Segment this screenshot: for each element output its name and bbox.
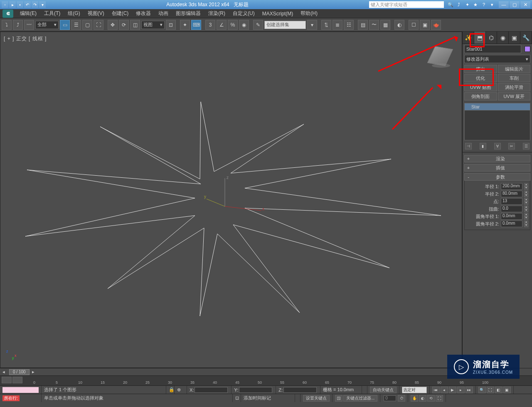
current-frame-input[interactable]: 0 <box>384 395 396 401</box>
menu-graph-editors[interactable]: 图形编辑器 <box>172 9 204 18</box>
menu-group[interactable]: 组(G) <box>64 9 83 18</box>
render-setup-icon[interactable]: ☐ <box>409 20 419 30</box>
keyboard-shortcut-icon[interactable]: ⌨ <box>191 20 201 30</box>
menu-rendering[interactable]: 渲染(R) <box>205 9 229 18</box>
time-config-icon[interactable]: ⏱ <box>398 395 405 402</box>
trackbar-keys-icon[interactable] <box>12 377 22 383</box>
save-icon[interactable]: ▪ <box>17 1 23 8</box>
spinner-fillet1[interactable]: ▲▼ <box>524 213 528 220</box>
redo-icon[interactable]: ↷ <box>32 1 38 8</box>
search-icon[interactable]: 🔍 <box>447 1 454 8</box>
viewport[interactable]: [ + ] 正交 [ 线框 ] x y z zyx <box>0 32 462 368</box>
favorite-icon[interactable]: ★ <box>472 1 479 8</box>
material-editor-icon[interactable]: ◐ <box>394 20 404 30</box>
render-production-icon[interactable]: 🫖 <box>431 20 441 30</box>
input-radius2[interactable]: 80.0mm <box>501 191 522 197</box>
goto-end-icon[interactable]: ⏭ <box>466 387 473 393</box>
select-manipulate-icon[interactable]: ✦ <box>180 20 190 30</box>
minimize-button[interactable]: — <box>499 1 509 8</box>
close-button[interactable]: ✕ <box>520 1 530 8</box>
prev-frame-icon[interactable]: ◂ <box>441 387 448 393</box>
mod-btn-extrude[interactable]: 挤出 <box>464 65 497 73</box>
nav-pan-icon[interactable]: ✋ <box>411 395 418 402</box>
rect-select-region-icon[interactable]: ▢ <box>82 20 92 30</box>
nav-orbit-icon[interactable]: ⟲ <box>427 395 435 402</box>
mod-btn-uvw-unwrap[interactable]: UVW 展开 <box>498 92 531 101</box>
key-filters-button[interactable]: 关键点过滤器... <box>343 395 377 402</box>
scale-icon[interactable]: ◫ <box>130 20 140 30</box>
make-unique-icon[interactable]: ∀ <box>494 143 501 150</box>
modifier-list-dropdown[interactable]: 修改器列表▾ <box>464 55 530 63</box>
edit-selection-set-icon[interactable]: ✎ <box>253 20 263 30</box>
nav-field-of-view-icon[interactable]: ◧ <box>495 387 502 393</box>
menu-modifiers[interactable]: 修改器 <box>133 9 154 18</box>
rotate-icon[interactable]: ⟳ <box>119 20 129 30</box>
time-slider-arrow-right[interactable]: ▸ <box>32 369 34 375</box>
menu-help[interactable]: 帮助(H) <box>297 9 321 18</box>
goto-start-icon[interactable]: ⏮ <box>432 387 440 393</box>
selection-filter-dropdown[interactable]: 全部▾ <box>35 21 59 29</box>
input-distortion[interactable]: 0.0 <box>501 206 522 212</box>
nav-max-toggle-icon[interactable]: ⛶ <box>436 395 443 402</box>
time-slider-arrow-left[interactable]: ◂ <box>2 369 5 375</box>
isolate-icon[interactable]: ⊡ <box>233 394 241 402</box>
menu-views[interactable]: 视图(V) <box>84 9 108 18</box>
select-object-icon[interactable]: ▭ <box>60 20 70 30</box>
stack-item-star[interactable]: Star <box>465 103 530 110</box>
subscription-icon[interactable]: ⤴ <box>456 1 462 8</box>
window-crossing-icon[interactable]: ⛶ <box>94 20 103 30</box>
tab-motion[interactable]: ◉ <box>497 32 509 44</box>
tab-hierarchy[interactable]: ⌬ <box>486 32 498 44</box>
move-icon[interactable]: ✥ <box>108 20 118 30</box>
menu-create[interactable]: 创建(C) <box>108 9 132 18</box>
configure-sets-icon[interactable]: ☰ <box>523 143 530 150</box>
menu-edit[interactable]: 编辑(E) <box>17 9 40 18</box>
nav-zoom-extents-icon[interactable]: ▣ <box>503 387 511 393</box>
spinner-radius2[interactable]: ▲▼ <box>524 191 528 197</box>
play-icon[interactable]: ▶ <box>449 387 456 393</box>
rollout-header-params[interactable]: -参数 <box>464 173 530 181</box>
menu-tools[interactable]: 工具(T) <box>41 9 64 18</box>
nav-walk-icon[interactable]: ◐ <box>419 395 426 402</box>
input-z[interactable] <box>283 387 317 393</box>
key-mode-dropdown[interactable]: 选定对 <box>402 387 427 393</box>
qat-more-icon[interactable]: ▾ <box>39 1 46 8</box>
add-time-tag[interactable]: 添加时间标记 <box>241 394 295 402</box>
object-name-input[interactable]: Star001 <box>464 45 521 53</box>
spinner-distortion[interactable]: ▲▼ <box>524 206 528 212</box>
nav-zoom-all-icon[interactable]: ⛶ <box>487 387 494 393</box>
spinner-radius1[interactable]: ▲▼ <box>524 183 528 190</box>
object-color-swatch[interactable] <box>525 46 530 52</box>
viewcube[interactable] <box>429 44 453 69</box>
mod-btn-uvw-map[interactable]: UVW 贴图 <box>464 83 497 91</box>
input-y[interactable] <box>239 387 272 393</box>
mod-btn-optimize[interactable]: 优化 <box>464 74 497 82</box>
tab-modify[interactable]: ⬒ <box>474 32 486 44</box>
lock-selection-icon[interactable]: 🔒 <box>166 386 175 394</box>
help-icon[interactable]: ? <box>480 1 487 8</box>
mirror-icon[interactable]: ⮁ <box>321 20 331 30</box>
mod-btn-turbosmooth[interactable]: 涡轮平滑 <box>498 83 531 91</box>
rollout-header-render[interactable]: +渲染 <box>464 155 530 162</box>
layer-manager-icon[interactable]: ☷ <box>344 20 354 30</box>
absolute-transform-icon[interactable]: ⊕ <box>175 386 187 394</box>
graphite-ribbon-icon[interactable]: ▤ <box>358 20 368 30</box>
auto-key-button[interactable]: 自动关键点 <box>370 387 397 393</box>
angle-snap-icon[interactable]: ∠ <box>217 20 227 30</box>
spinner-fillet2[interactable]: ▲▼ <box>524 221 528 227</box>
spinner-points[interactable]: ▲▼ <box>524 198 528 205</box>
mod-btn-bevel-profile[interactable]: 倒角剖面 <box>464 92 497 101</box>
key-mode-toggle-icon[interactable]: ⚿ <box>335 395 342 402</box>
rendered-frame-icon[interactable]: ▣ <box>420 20 430 30</box>
select-link-icon[interactable]: ⤵ <box>2 20 12 30</box>
selection-set-dd-icon[interactable]: ▾ <box>307 20 317 30</box>
pin-stack-icon[interactable]: ⊣ <box>465 143 472 150</box>
named-selection-set-input[interactable]: 创建选择集 <box>264 21 306 29</box>
show-end-result-icon[interactable]: ▮ <box>480 143 486 150</box>
maxscript-mini-listener-pink[interactable] <box>2 387 39 393</box>
help-search-input[interactable]: 键入关键字或短语 <box>369 1 444 8</box>
bind-spacewarp-icon[interactable]: 〰 <box>24 20 34 30</box>
schematic-view-icon[interactable]: ▦ <box>380 20 390 30</box>
open-icon[interactable]: ▸ <box>9 1 16 8</box>
tab-display[interactable]: ▣ <box>509 32 520 44</box>
